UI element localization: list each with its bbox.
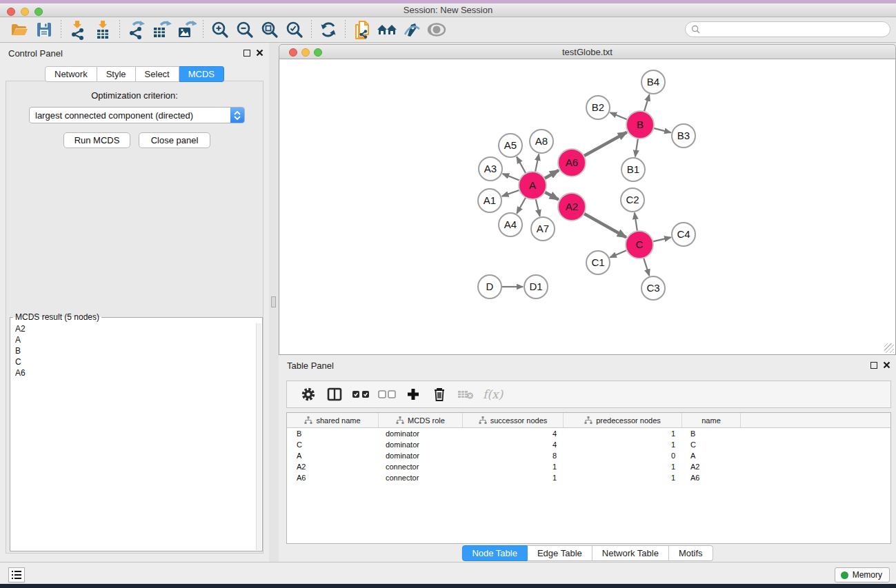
table-settings-button[interactable] <box>297 383 320 405</box>
network-minimize-button[interactable] <box>301 48 310 57</box>
mcds-result-list[interactable]: A2ABCA6 <box>11 323 256 550</box>
bird-eye-view-button[interactable] <box>424 19 449 41</box>
result-list-item[interactable]: A <box>11 334 256 345</box>
result-list-item[interactable]: A2 <box>11 323 256 334</box>
zoom-selected-button[interactable] <box>282 19 307 41</box>
home-button[interactable] <box>375 19 399 41</box>
close-panel-button[interactable]: Close panel <box>139 132 210 148</box>
node-A8[interactable]: A8 <box>530 130 553 153</box>
optimization-criterion-select[interactable]: largest connected component (directed) <box>29 107 245 123</box>
open-session-button[interactable] <box>7 19 32 41</box>
node-B[interactable]: B <box>626 111 654 139</box>
save-session-button[interactable] <box>32 19 57 41</box>
edge-A2-C[interactable] <box>584 214 626 237</box>
close-window-button[interactable] <box>7 8 15 16</box>
task-history-button[interactable] <box>8 567 25 582</box>
close-table-panel-icon[interactable] <box>883 361 890 369</box>
export-table-button[interactable] <box>149 19 174 41</box>
edge-B-B1[interactable] <box>635 139 638 156</box>
column-header[interactable]: shared name <box>287 413 379 427</box>
edge-C-C1[interactable] <box>610 250 626 257</box>
network-window-titlebar[interactable]: testGlobe.txt <box>279 44 896 59</box>
tab-edge-table[interactable]: Edge Table <box>528 545 593 561</box>
node-A[interactable]: A <box>519 172 546 199</box>
deselect-all-checkboxes-button[interactable] <box>375 383 399 405</box>
tab-motifs[interactable]: Motifs <box>669 545 713 561</box>
edge-B-B3[interactable] <box>653 128 670 132</box>
panel-divider[interactable] <box>269 43 279 562</box>
tab-node-table[interactable]: Node Table <box>461 545 528 561</box>
run-mcds-button[interactable]: Run MCDS <box>63 132 130 148</box>
edge-A-A5[interactable] <box>517 157 526 174</box>
node-D[interactable]: D <box>478 275 501 298</box>
hide-graphics-button[interactable] <box>399 19 424 41</box>
import-network-button[interactable] <box>66 19 90 41</box>
window-resize-grip[interactable] <box>884 343 894 353</box>
tab-network-table[interactable]: Network Table <box>593 545 669 561</box>
edge-A6-B[interactable] <box>584 132 626 156</box>
column-header[interactable]: successor nodes <box>463 413 564 427</box>
edge-A-A7[interactable] <box>536 199 540 216</box>
tab-style[interactable]: Style <box>97 66 136 82</box>
network-canvas[interactable]: B4B2BB3A8A5A6A3B1AC2A1A2A4A7C4CC1DD1C3 <box>279 59 896 355</box>
node-D1[interactable]: D1 <box>524 275 548 298</box>
new-network-from-selection-button[interactable] <box>350 19 375 41</box>
search-input[interactable] <box>703 25 890 34</box>
table-row[interactable]: Bdominator41B <box>287 428 890 439</box>
edge-C-C3[interactable] <box>644 258 649 276</box>
result-list-item[interactable]: A6 <box>11 367 256 378</box>
edge-C-C4[interactable] <box>653 237 670 241</box>
zoom-in-button[interactable] <box>208 19 232 41</box>
edge-A-A2[interactable] <box>545 192 559 200</box>
edge-B-B4[interactable] <box>644 94 650 112</box>
column-header[interactable]: MCDS role <box>379 413 463 427</box>
node-B4[interactable]: B4 <box>641 70 665 94</box>
add-column-button[interactable] <box>401 383 425 405</box>
table-row[interactable]: Adominator80A <box>287 450 890 461</box>
network-close-button[interactable] <box>289 48 297 57</box>
delete-table-button[interactable] <box>454 383 477 405</box>
column-header[interactable]: name <box>682 413 741 427</box>
close-panel-icon[interactable] <box>256 49 263 57</box>
edge-A-A1[interactable] <box>502 190 519 196</box>
float-panel-icon[interactable] <box>243 50 250 57</box>
edge-A-A3[interactable] <box>503 174 520 181</box>
node-C4[interactable]: C4 <box>672 223 695 246</box>
node-A2[interactable]: A2 <box>558 193 586 221</box>
tab-network[interactable]: Network <box>45 66 97 82</box>
search-field[interactable] <box>685 21 890 37</box>
network-graph[interactable]: B4B2BB3A8A5A6A3B1AC2A1A2A4A7C4CC1DD1C3 <box>279 59 895 354</box>
table-row[interactable]: A6connector11A6 <box>287 472 890 483</box>
export-network-button[interactable] <box>124 19 149 41</box>
node-A7[interactable]: A7 <box>531 217 555 241</box>
zoom-out-button[interactable] <box>232 19 257 41</box>
tab-mcds[interactable]: MCDS <box>179 66 224 82</box>
minimize-window-button[interactable] <box>21 8 29 16</box>
network-zoom-button[interactable] <box>314 48 322 57</box>
node-A6[interactable]: A6 <box>558 149 586 176</box>
edge-B-B2[interactable] <box>610 112 628 119</box>
zoom-window-button[interactable] <box>34 8 43 16</box>
apply-layout-button[interactable] <box>316 19 341 41</box>
export-image-button[interactable] <box>174 19 199 41</box>
float-table-panel-icon[interactable] <box>870 362 877 369</box>
column-header[interactable]: predecessor nodes <box>564 413 682 427</box>
node-A1[interactable]: A1 <box>478 189 501 212</box>
table-row[interactable]: Cdominator41C <box>287 439 890 450</box>
node-C3[interactable]: C3 <box>641 276 665 300</box>
node-C1[interactable]: C1 <box>586 251 610 274</box>
divider-handle[interactable] <box>271 296 276 307</box>
edge-C-C2[interactable] <box>635 213 637 231</box>
function-builder-button[interactable]: f(x) <box>483 387 503 401</box>
node-B3[interactable]: B3 <box>672 124 695 148</box>
edge-A-A6[interactable] <box>544 170 559 179</box>
node-A3[interactable]: A3 <box>479 157 502 181</box>
result-list-item[interactable]: B <box>11 345 256 356</box>
column-view-button[interactable] <box>323 383 346 405</box>
result-list-item[interactable]: C <box>11 356 256 367</box>
node-B2[interactable]: B2 <box>586 96 610 119</box>
table-row[interactable]: A2connector11A2 <box>287 461 890 472</box>
edge-A-A4[interactable] <box>517 197 526 213</box>
edge-A-A8[interactable] <box>535 154 539 172</box>
zoom-fit-button[interactable] <box>257 19 282 41</box>
